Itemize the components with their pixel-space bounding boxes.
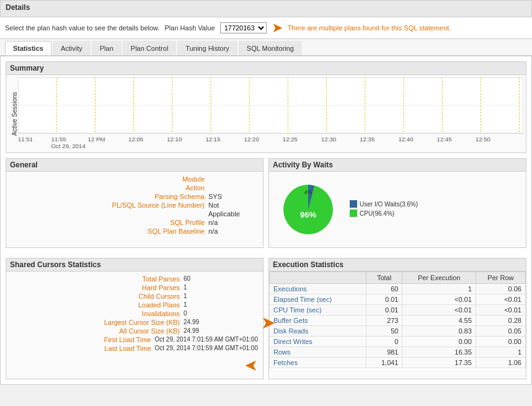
exec-section: Execution Statistics Total Per Execution…	[268, 258, 526, 379]
legend-item-user-io: User I/O Waits(3.6%)	[350, 200, 418, 208]
exec-row-per-row: 1	[476, 347, 525, 358]
exec-row-per-exec: <0.01	[402, 294, 476, 305]
exec-row-per-row: 1.06	[476, 358, 525, 368]
summary-section: Summary Active Sessions 1.0 0.5 0.0	[6, 61, 526, 153]
shared-label-loaded-plans: Loaded Plans	[138, 301, 180, 309]
svg-text:12:20: 12:20	[244, 136, 259, 143]
general-row-module: Module	[11, 175, 258, 183]
svg-text:11:55: 11:55	[51, 136, 66, 143]
exec-row-per-exec: 0.00	[402, 337, 476, 347]
exec-row-name: Direct Writes	[270, 337, 366, 347]
col-header-total: Total	[366, 272, 402, 284]
general-row-parsing: Parsing Schema SYS	[11, 193, 258, 200]
svg-text:12:50: 12:50	[476, 136, 490, 143]
shared-body: Total Parses 60 Hard Parses 1 Child Curs…	[6, 271, 263, 379]
shared-label-largest-cursor: Largest Cursor Size (KB)	[104, 319, 180, 326]
tab-sql-monitoring[interactable]: SQL Monitoring	[239, 41, 302, 55]
general-label-action: Action	[185, 184, 205, 192]
shared-value-all-cursor: 24.99	[184, 327, 258, 335]
activity-title: Activity By Waits	[269, 159, 526, 172]
legend-color-cpu	[350, 210, 357, 217]
svg-text:Oct 29, 2014: Oct 29, 2014	[51, 143, 86, 149]
exec-body: Total Per Execution Per Row Executions 6…	[269, 271, 526, 368]
shared-label-hard-parses: Hard Parses	[142, 284, 180, 291]
general-activity-row: General Module Action Parsing Schema SYS…	[6, 158, 526, 253]
warning-text: There are multiple plans found for this …	[288, 24, 451, 32]
exec-row-name: CPU Time (sec)	[270, 305, 366, 316]
exec-row-per-exec: 0.83	[402, 326, 476, 337]
plan-hash-description: Select the plan hash value to see the de…	[5, 24, 160, 32]
svg-text:12:15: 12:15	[205, 136, 220, 143]
general-value-module	[208, 175, 258, 183]
svg-text:12:30: 12:30	[321, 136, 336, 143]
general-title: General	[6, 159, 263, 172]
general-label-sqlplan: SQL Plan Baseline	[148, 227, 205, 235]
legend-item-cpu: CPU(96.4%)	[350, 210, 418, 217]
exec-row-per-exec: 17.35	[402, 358, 476, 368]
shared-label-total-parses: Total Parses	[142, 275, 180, 283]
shared-row-hard-parses: Hard Parses 1	[11, 284, 258, 291]
plan-hash-field-label: Plan Hash Value	[165, 24, 215, 32]
table-row: CPU Time (sec) 0.01 <0.01 <0.01	[270, 305, 526, 316]
legend-color-user-io	[350, 200, 357, 208]
shared-row-total-parses: Total Parses 60	[11, 275, 258, 283]
tab-tuning-history[interactable]: Tuning History	[177, 41, 237, 55]
shared-row-all-cursor: All Cursor Size (KB) 24.99	[11, 327, 258, 335]
exec-row-name: Rows	[270, 347, 366, 358]
exec-row-name: Executions	[270, 284, 366, 294]
exec-row-per-exec: 1	[402, 284, 476, 294]
exec-row-total: 981	[366, 347, 402, 358]
main-content: Summary Active Sessions 1.0 0.5 0.0	[0, 56, 532, 385]
plan-hash-select[interactable]: 17720163	[220, 22, 267, 33]
table-row: Direct Writes 0 0.00 0.00	[270, 337, 526, 347]
bottom-row: Shared Cursors Statistics Total Parses 6…	[6, 258, 526, 379]
svg-text:12:35: 12:35	[360, 136, 375, 143]
shared-label-child-cursors: Child Cursors	[138, 293, 180, 300]
svg-text:96%: 96%	[300, 210, 316, 219]
svg-text:12:40: 12:40	[398, 136, 413, 143]
general-row-applicable: Applicable	[11, 210, 258, 218]
exec-row-name: Buffer Gets	[270, 316, 366, 326]
activity-body: 4% 96% User I/O Waits(3.6%) CPU(96.4%)	[269, 172, 526, 247]
shared-row-child-cursors: Child Cursors 1	[11, 293, 258, 300]
tab-plan-control[interactable]: Plan Control	[123, 41, 177, 55]
arrow-icon: ➤	[272, 20, 283, 36]
tab-plan[interactable]: Plan	[92, 41, 122, 55]
table-row: Buffer Gets 273 4.55 0.28	[270, 316, 526, 326]
tab-statistics[interactable]: Statistics	[5, 41, 51, 55]
legend: User I/O Waits(3.6%) CPU(96.4%)	[350, 200, 418, 219]
exec-row-total: 0	[366, 337, 402, 347]
table-row: Fetches 1,041 17.35 1.06	[270, 358, 526, 368]
tabs-bar: Statistics Activity Plan Plan Control Tu…	[0, 39, 532, 56]
exec-row-per-row: 0.00	[476, 337, 525, 347]
col-header-per-exec: Per Execution	[402, 272, 476, 284]
svg-text:11:51: 11:51	[18, 136, 33, 143]
svg-text:12:45: 12:45	[437, 136, 452, 143]
summary-title: Summary	[6, 62, 526, 75]
shared-row-last-load: Last Load Time Oct 29, 2014 7:01:59 AM G…	[11, 345, 258, 352]
shared-value-first-load: Oct 29, 2014 7:01:59 AM GMT+01:00	[155, 336, 259, 343]
exec-row-per-row: <0.01	[476, 294, 525, 305]
general-label-module: Module	[182, 175, 205, 183]
shared-row-loaded-plans: Loaded Plans 1	[11, 301, 258, 309]
general-section: General Module Action Parsing Schema SYS…	[6, 158, 264, 248]
general-row-sqlplan: SQL Plan Baseline n/a	[11, 227, 258, 235]
shared-value-loaded-plans: 1	[184, 301, 258, 309]
exec-row-total: 1,041	[366, 358, 402, 368]
exec-row-per-row: 0.06	[476, 284, 525, 294]
exec-row-per-row: 0.05	[476, 326, 525, 337]
shared-value-child-cursors: 1	[184, 293, 258, 300]
shared-label-invalidations: Invalidations	[142, 310, 180, 317]
general-row-plsql: PL/SQL Source (Line Number) Not	[11, 201, 258, 209]
general-value-sqlprofile: n/a	[208, 219, 258, 226]
shared-title: Shared Cursors Statistics	[6, 258, 263, 271]
tab-activity[interactable]: Activity	[53, 41, 91, 55]
table-row: Executions 60 1 0.06	[270, 284, 526, 294]
shared-section: Shared Cursors Statistics Total Parses 6…	[6, 258, 264, 379]
summary-chart: 1.0 0.5 0.0	[18, 77, 523, 149]
chart-wrapper: 1.0 0.5 0.0	[18, 77, 523, 150]
col-header-name	[270, 272, 366, 284]
legend-label-user-io: User I/O Waits(3.6%)	[360, 201, 418, 208]
shared-label-last-load: Last Load Time	[104, 345, 151, 352]
exec-row-per-exec: 4.55	[402, 316, 476, 326]
